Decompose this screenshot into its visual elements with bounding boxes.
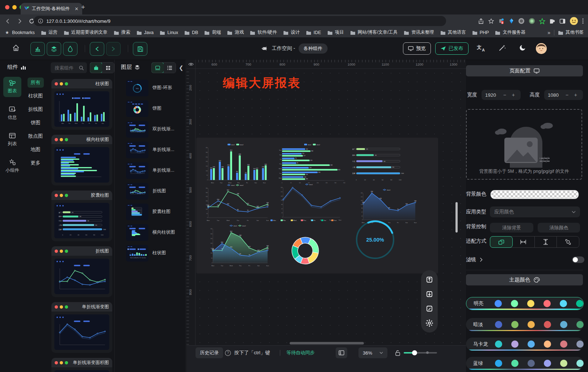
browser-menu-icon[interactable] (582, 18, 584, 24)
canvas-chart-capsule-bar[interactable]: 厦门20南阳40北京60上海80新疆100020406080100 (350, 144, 405, 181)
bookmark-folder[interactable]: 近期需要读的文章 (64, 29, 108, 35)
theme-color-dot[interactable] (576, 300, 583, 307)
fit-stretch-option[interactable] (557, 237, 579, 247)
canvas-chart-line-dual[interactable]: data1data2050100150200250300350130130312… (203, 183, 270, 222)
sidebar-item-图表[interactable]: 图表 (3, 77, 21, 97)
bookmark-folder[interactable]: 前端 (204, 29, 221, 35)
layer-item[interactable]: 单折线渐... (126, 139, 184, 160)
theme-color-dot[interactable] (495, 340, 502, 348)
zoom-select[interactable]: 36% (358, 347, 387, 358)
bookmarks-label[interactable]: Bookmarks (12, 30, 35, 35)
theme-mode-button[interactable] (63, 42, 77, 56)
canvas-chart-line-dual-gradient[interactable]: data1data2050100150200250300350130130312… (207, 223, 270, 267)
help-icon[interactable]: ? (225, 347, 231, 358)
background-upload-dropzone[interactable]: 背景图需小于 5M，格式为 png/jpg/gif 的文件 (466, 109, 582, 180)
bookmark-folder[interactable]: 项目 (327, 29, 344, 35)
canvas-horizontal-scrollbar[interactable] (290, 342, 364, 344)
category-item[interactable]: 更多 (28, 158, 44, 168)
collapse-panel-chevron[interactable]: ❮ (179, 64, 184, 71)
theme-color-dot[interactable] (528, 360, 535, 367)
theme-color-dot[interactable] (511, 360, 518, 367)
import-icon[interactable] (423, 288, 436, 300)
save-button[interactable] (133, 42, 147, 56)
category-item[interactable]: 折线图 (25, 104, 46, 114)
theme-color-dot[interactable] (511, 340, 518, 348)
category-item[interactable]: 地图 (28, 145, 44, 155)
layer-thumbnail-toggle[interactable] (151, 62, 164, 73)
theme-color-dot[interactable] (543, 300, 551, 307)
canvas-vertical-scrollbar[interactable] (455, 202, 458, 233)
user-avatar[interactable] (536, 43, 547, 54)
fit-auto-option[interactable] (490, 236, 513, 248)
category-item[interactable]: 所有 (28, 78, 44, 88)
new-tab-button[interactable]: + (81, 4, 85, 11)
sidebar-toggle-icon[interactable] (559, 18, 566, 24)
theme-color-dot[interactable] (576, 321, 584, 328)
bookmark-folder[interactable]: Linux (160, 30, 178, 35)
fit-height-option[interactable] (535, 237, 557, 247)
category-item[interactable]: 饼图 (28, 118, 44, 128)
theme-color-dot[interactable] (560, 321, 567, 328)
width-input[interactable]: 1920− + (482, 90, 521, 100)
bookmark-folder[interactable]: 其他语言 (440, 29, 466, 35)
export-icon[interactable] (423, 273, 436, 286)
extension-star-icon[interactable] (539, 18, 545, 24)
dark-mode-moon-icon[interactable] (519, 44, 526, 51)
theme-color-dot[interactable] (511, 321, 518, 328)
browser-tab[interactable]: 工作空间-各种组件 ✕ (21, 3, 82, 14)
fit-width-option[interactable] (512, 237, 535, 247)
profile-avatar-icon[interactable] (570, 17, 578, 25)
layer-item[interactable]: 饼图 (126, 98, 184, 119)
bookmark-folder[interactable]: Java (136, 30, 154, 35)
filter-toggle[interactable] (572, 256, 584, 263)
theme-color-dot[interactable] (528, 340, 535, 348)
extension-drop-icon[interactable] (509, 18, 514, 24)
app-type-select[interactable]: 应用颜色 (490, 206, 580, 217)
layer-item[interactable]: 胶囊柱图 (126, 201, 184, 222)
theme-color-dot[interactable] (511, 300, 518, 307)
category-item[interactable]: 散点图 (25, 131, 46, 141)
component-card[interactable]: 折线图 (51, 246, 112, 297)
slider-knob[interactable] (412, 350, 417, 355)
theme-row-蓝绿[interactable]: 蓝绿 (466, 357, 584, 370)
zoom-slider[interactable] (404, 347, 437, 358)
undo-button[interactable] (90, 42, 104, 56)
back-icon[interactable] (4, 17, 12, 25)
sidebar-item-小组件[interactable]: 小组件 (3, 156, 21, 176)
bookmark-folder[interactable]: 软件/硬件 (250, 29, 277, 35)
layers-mode-button[interactable] (47, 42, 61, 56)
theme-color-dot[interactable] (544, 360, 551, 367)
theme-row-暗淡[interactable]: 暗淡 (466, 318, 584, 331)
bookmark-folder[interactable]: 文件服务器 (495, 29, 525, 35)
layer-item[interactable]: 75%饼图-环形 (126, 78, 184, 98)
bookmark-folder[interactable]: 搜索 (114, 29, 130, 35)
height-input[interactable]: 1080− + (544, 90, 583, 100)
layer-list-toggle[interactable] (164, 63, 176, 73)
bookmark-folder[interactable]: 设计 (283, 29, 300, 35)
search-input[interactable] (54, 65, 77, 71)
bookmark-folder[interactable]: DB (184, 30, 198, 35)
component-card[interactable]: 胶囊柱图厦门20南阳40北京60上海80新疆100020406080100 (51, 191, 112, 241)
sidebar-item-信息[interactable]: A信息 (3, 103, 21, 124)
history-button[interactable]: 历史记录 (196, 347, 223, 358)
canvas-chart-bar-grouped[interactable]: data1data2050100150200250300350120130Mon… (203, 142, 270, 184)
magic-wand-icon[interactable] (498, 44, 506, 52)
canvas-chart-progress-ring[interactable]: 25.00% (354, 218, 396, 261)
edit-icon[interactable] (423, 302, 436, 315)
bookmark-folder[interactable]: 运营 (41, 29, 58, 35)
theme-color-dot[interactable] (576, 360, 584, 367)
publish-button[interactable]: 已发布 (435, 42, 469, 55)
extension-pin-icon[interactable]: g (498, 18, 505, 24)
layer-item[interactable]: 单折线渐... (126, 160, 184, 181)
traffic-minimize-button[interactable] (12, 5, 17, 9)
component-card[interactable]: 单折线渐变面积图 (51, 358, 112, 372)
bookmarks-overflow-chevron[interactable]: » (547, 30, 550, 35)
component-card[interactable]: 单折线渐变图 (51, 302, 112, 353)
bookmark-folder[interactable]: 游戏 (227, 29, 244, 35)
layout-panel-icon[interactable] (336, 347, 347, 358)
theme-row-马卡龙[interactable]: 马卡龙 (466, 338, 584, 351)
layer-item[interactable]: 横向柱状图 (126, 222, 184, 243)
traffic-close-button[interactable] (5, 5, 9, 9)
layer-item[interactable]: 折线图 (126, 181, 184, 201)
clear-background-button[interactable]: 清除背景 (490, 223, 533, 233)
